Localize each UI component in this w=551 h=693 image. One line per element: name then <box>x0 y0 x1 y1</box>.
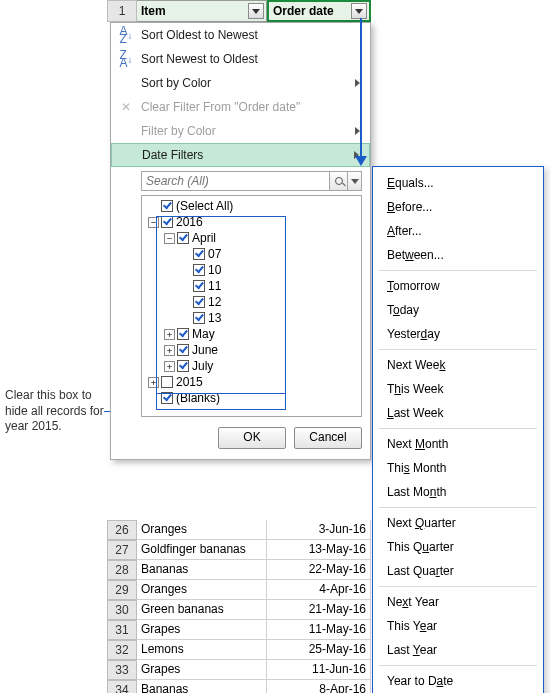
search-input[interactable] <box>141 171 330 191</box>
cell-item[interactable]: Grapes <box>137 660 267 680</box>
tree-node-10[interactable]: 10 <box>144 262 359 278</box>
cell-date[interactable]: 3-Jun-16 <box>267 520 371 540</box>
checkbox-2016[interactable] <box>161 216 173 228</box>
tree-node-april[interactable]: −April <box>144 230 359 246</box>
column-header-order-date[interactable]: Order date <box>267 0 371 22</box>
sub-tomorrow[interactable]: Tomorrow <box>373 274 543 298</box>
cell-date[interactable]: 13-May-16 <box>267 540 371 560</box>
row-number[interactable]: 31 <box>107 620 137 640</box>
filter-button-order-date[interactable] <box>351 3 367 19</box>
filter-button-item[interactable] <box>248 3 264 19</box>
column-header-item[interactable]: Item <box>137 0 267 22</box>
cell-item[interactable]: Lemons <box>137 640 267 660</box>
collapse-icon[interactable]: − <box>148 217 159 228</box>
sub-last-year[interactable]: Last Year <box>373 638 543 662</box>
checkbox-10[interactable] <box>193 264 205 276</box>
checkbox-07[interactable] <box>193 248 205 260</box>
cell-date[interactable]: 21-May-16 <box>267 600 371 620</box>
checkbox-blanks[interactable] <box>161 392 173 404</box>
collapse-icon[interactable]: − <box>164 233 175 244</box>
sub-today[interactable]: Today <box>373 298 543 322</box>
sub-yesterday[interactable]: Yesterday <box>373 322 543 346</box>
sub-this-week[interactable]: This Week <box>373 377 543 401</box>
sort-oldest-newest[interactable]: AZ↓ Sort Oldest to Newest <box>111 23 370 47</box>
table-row[interactable]: 27Goldfinger bananas13-May-16 <box>107 540 371 560</box>
sub-last-month[interactable]: Last Month <box>373 480 543 504</box>
tree-node-july[interactable]: +July <box>144 358 359 374</box>
cancel-button[interactable]: Cancel <box>294 427 362 449</box>
cell-item[interactable]: Oranges <box>137 580 267 600</box>
table-row[interactable]: 29Oranges4-Apr-16 <box>107 580 371 600</box>
row-number[interactable]: 30 <box>107 600 137 620</box>
cell-date[interactable]: 11-May-16 <box>267 620 371 640</box>
tree-node-2016[interactable]: −2016 <box>144 214 359 230</box>
tree-node-12[interactable]: 12 <box>144 294 359 310</box>
checkbox-may[interactable] <box>177 328 189 340</box>
tree-node-11[interactable]: 11 <box>144 278 359 294</box>
cell-item[interactable]: Goldfinger bananas <box>137 540 267 560</box>
row-number[interactable]: 29 <box>107 580 137 600</box>
search-button[interactable] <box>330 171 348 191</box>
sub-next-week[interactable]: Next Week <box>373 353 543 377</box>
checkbox-2015[interactable] <box>161 376 173 388</box>
sub-between[interactable]: Between... <box>373 243 543 267</box>
tree-node-june[interactable]: +June <box>144 342 359 358</box>
expand-icon[interactable]: + <box>164 329 175 340</box>
sort-newest-oldest[interactable]: ZA↓ Sort Newest to Oldest <box>111 47 370 71</box>
cell-date[interactable]: 4-Apr-16 <box>267 580 371 600</box>
expand-icon[interactable]: + <box>148 377 159 388</box>
row-number[interactable]: 26 <box>107 520 137 540</box>
sub-before[interactable]: Before... <box>373 195 543 219</box>
tree-node-select-all[interactable]: (Select All) <box>144 198 359 214</box>
sub-after[interactable]: After... <box>373 219 543 243</box>
ok-button[interactable]: OK <box>218 427 286 449</box>
checkbox-july[interactable] <box>177 360 189 372</box>
tree-node-2015[interactable]: +2015 <box>144 374 359 390</box>
row-number[interactable]: 34 <box>107 680 137 693</box>
table-row[interactable]: 34Bananas8-Apr-16 <box>107 680 371 693</box>
tree-node-may[interactable]: +May <box>144 326 359 342</box>
row-number[interactable]: 27 <box>107 540 137 560</box>
row-number[interactable]: 33 <box>107 660 137 680</box>
search-dropdown[interactable] <box>348 171 362 191</box>
cell-date[interactable]: 11-Jun-16 <box>267 660 371 680</box>
checkbox-april[interactable] <box>177 232 189 244</box>
table-row[interactable]: 32Lemons25-May-16 <box>107 640 371 660</box>
expand-icon[interactable]: + <box>164 345 175 356</box>
sub-last-quarter[interactable]: Last Quarter <box>373 559 543 583</box>
sub-this-month[interactable]: This Month <box>373 456 543 480</box>
sub-next-year[interactable]: Next Year <box>373 590 543 614</box>
table-row[interactable]: 33Grapes11-Jun-16 <box>107 660 371 680</box>
checkbox-select-all[interactable] <box>161 200 173 212</box>
row-number-header[interactable]: 1 <box>107 0 137 22</box>
cell-item[interactable]: Green bananas <box>137 600 267 620</box>
sub-this-quarter[interactable]: This Quarter <box>373 535 543 559</box>
cell-date[interactable]: 25-May-16 <box>267 640 371 660</box>
tree-node-07[interactable]: 07 <box>144 246 359 262</box>
tree-node-blanks[interactable]: (Blanks) <box>144 390 359 406</box>
filter-tree[interactable]: (Select All) −2016 −April 07 10 11 12 13… <box>141 195 362 417</box>
sub-this-year[interactable]: This Year <box>373 614 543 638</box>
expand-icon[interactable]: + <box>164 361 175 372</box>
cell-date[interactable]: 22-May-16 <box>267 560 371 580</box>
sub-equals[interactable]: Equals... <box>373 171 543 195</box>
date-filters[interactable]: Date Filters <box>111 143 370 167</box>
cell-item[interactable]: Bananas <box>137 560 267 580</box>
checkbox-12[interactable] <box>193 296 205 308</box>
cell-date[interactable]: 8-Apr-16 <box>267 680 371 693</box>
table-row[interactable]: 26Oranges3-Jun-16 <box>107 520 371 540</box>
row-number[interactable]: 32 <box>107 640 137 660</box>
sub-next-month[interactable]: Next Month <box>373 432 543 456</box>
sub-last-week[interactable]: Last Week <box>373 401 543 425</box>
checkbox-june[interactable] <box>177 344 189 356</box>
checkbox-13[interactable] <box>193 312 205 324</box>
sub-ytd[interactable]: Year to Date <box>373 669 543 693</box>
cell-item[interactable]: Bananas <box>137 680 267 693</box>
table-row[interactable]: 31Grapes11-May-16 <box>107 620 371 640</box>
tree-node-13[interactable]: 13 <box>144 310 359 326</box>
cell-item[interactable]: Oranges <box>137 520 267 540</box>
row-number[interactable]: 28 <box>107 560 137 580</box>
checkbox-11[interactable] <box>193 280 205 292</box>
table-row[interactable]: 30Green bananas21-May-16 <box>107 600 371 620</box>
sub-next-quarter[interactable]: Next Quarter <box>373 511 543 535</box>
